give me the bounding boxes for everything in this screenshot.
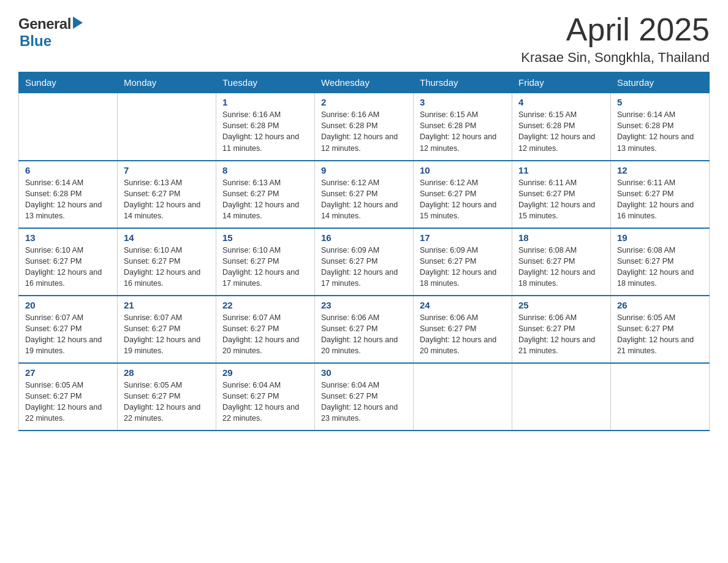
calendar-cell: 20Sunrise: 6:07 AMSunset: 6:27 PMDayligh… xyxy=(19,296,118,363)
day-info: Sunrise: 6:15 AMSunset: 6:28 PMDaylight:… xyxy=(420,109,506,154)
calendar-week-row: 13Sunrise: 6:10 AMSunset: 6:27 PMDayligh… xyxy=(19,228,710,296)
calendar-cell: 22Sunrise: 6:07 AMSunset: 6:27 PMDayligh… xyxy=(216,296,315,363)
day-number: 9 xyxy=(321,165,407,175)
weekday-header-friday: Friday xyxy=(512,72,611,93)
calendar-cell: 28Sunrise: 6:05 AMSunset: 6:27 PMDayligh… xyxy=(118,363,216,431)
day-number: 19 xyxy=(617,232,703,243)
day-number: 26 xyxy=(617,300,703,310)
logo-arrow-icon xyxy=(73,17,83,29)
calendar-cell: 14Sunrise: 6:10 AMSunset: 6:27 PMDayligh… xyxy=(118,228,216,296)
calendar-cell: 2Sunrise: 6:16 AMSunset: 6:28 PMDaylight… xyxy=(315,93,414,161)
calendar-cell: 4Sunrise: 6:15 AMSunset: 6:28 PMDaylight… xyxy=(512,93,611,161)
day-info: Sunrise: 6:06 AMSunset: 6:27 PMDaylight:… xyxy=(518,312,604,357)
day-number: 20 xyxy=(25,300,111,310)
calendar-cell: 25Sunrise: 6:06 AMSunset: 6:27 PMDayligh… xyxy=(512,296,611,363)
day-number: 21 xyxy=(124,300,210,310)
calendar-cell: 26Sunrise: 6:05 AMSunset: 6:27 PMDayligh… xyxy=(611,296,710,363)
day-info: Sunrise: 6:10 AMSunset: 6:27 PMDaylight:… xyxy=(25,245,111,289)
day-info: Sunrise: 6:08 AMSunset: 6:27 PMDaylight:… xyxy=(518,245,604,289)
calendar-cell: 13Sunrise: 6:10 AMSunset: 6:27 PMDayligh… xyxy=(19,228,118,296)
day-number: 12 xyxy=(617,165,703,175)
calendar-cell: 3Sunrise: 6:15 AMSunset: 6:28 PMDaylight… xyxy=(414,93,512,161)
weekday-header-row: SundayMondayTuesdayWednesdayThursdayFrid… xyxy=(19,72,710,93)
calendar-cell xyxy=(118,93,216,161)
page-header: General Blue April 2025 Krasae Sin, Song… xyxy=(18,12,710,66)
day-info: Sunrise: 6:07 AMSunset: 6:27 PMDaylight:… xyxy=(25,312,111,357)
day-number: 27 xyxy=(25,367,111,378)
weekday-header-saturday: Saturday xyxy=(611,72,710,93)
calendar-week-row: 27Sunrise: 6:05 AMSunset: 6:27 PMDayligh… xyxy=(19,363,710,431)
calendar-cell xyxy=(414,363,512,431)
logo-general-text: General xyxy=(18,15,71,33)
calendar-cell: 8Sunrise: 6:13 AMSunset: 6:27 PMDaylight… xyxy=(216,161,315,228)
day-number: 25 xyxy=(518,300,604,310)
day-info: Sunrise: 6:05 AMSunset: 6:27 PMDaylight:… xyxy=(124,380,210,424)
weekday-header-tuesday: Tuesday xyxy=(216,72,315,93)
day-number: 30 xyxy=(321,367,407,378)
calendar-cell xyxy=(611,363,710,431)
weekday-header-monday: Monday xyxy=(118,72,216,93)
day-info: Sunrise: 6:14 AMSunset: 6:28 PMDaylight:… xyxy=(617,109,703,154)
calendar-cell: 12Sunrise: 6:11 AMSunset: 6:27 PMDayligh… xyxy=(611,161,710,228)
day-number: 15 xyxy=(222,232,308,243)
calendar-body: 1Sunrise: 6:16 AMSunset: 6:28 PMDaylight… xyxy=(19,93,710,431)
day-number: 29 xyxy=(222,367,308,378)
calendar-cell: 19Sunrise: 6:08 AMSunset: 6:27 PMDayligh… xyxy=(611,228,710,296)
day-info: Sunrise: 6:16 AMSunset: 6:28 PMDaylight:… xyxy=(222,109,308,154)
calendar-cell: 27Sunrise: 6:05 AMSunset: 6:27 PMDayligh… xyxy=(19,363,118,431)
day-info: Sunrise: 6:12 AMSunset: 6:27 PMDaylight:… xyxy=(321,177,407,222)
day-number: 13 xyxy=(25,232,111,243)
day-number: 16 xyxy=(321,232,407,243)
page-title: April 2025 xyxy=(521,12,710,47)
day-info: Sunrise: 6:09 AMSunset: 6:27 PMDaylight:… xyxy=(420,245,506,289)
calendar-cell: 9Sunrise: 6:12 AMSunset: 6:27 PMDaylight… xyxy=(315,161,414,228)
day-info: Sunrise: 6:14 AMSunset: 6:28 PMDaylight:… xyxy=(25,177,111,222)
calendar-cell xyxy=(512,363,611,431)
day-info: Sunrise: 6:11 AMSunset: 6:27 PMDaylight:… xyxy=(617,177,703,222)
day-number: 10 xyxy=(420,165,506,175)
day-info: Sunrise: 6:08 AMSunset: 6:27 PMDaylight:… xyxy=(617,245,703,289)
day-number: 2 xyxy=(321,97,407,107)
calendar-cell: 15Sunrise: 6:10 AMSunset: 6:27 PMDayligh… xyxy=(216,228,315,296)
day-number: 28 xyxy=(124,367,210,378)
calendar-header: SundayMondayTuesdayWednesdayThursdayFrid… xyxy=(19,72,710,93)
calendar-cell: 5Sunrise: 6:14 AMSunset: 6:28 PMDaylight… xyxy=(611,93,710,161)
calendar-cell: 6Sunrise: 6:14 AMSunset: 6:28 PMDaylight… xyxy=(19,161,118,228)
calendar-cell: 21Sunrise: 6:07 AMSunset: 6:27 PMDayligh… xyxy=(118,296,216,363)
day-info: Sunrise: 6:05 AMSunset: 6:27 PMDaylight:… xyxy=(25,380,111,424)
calendar-cell: 16Sunrise: 6:09 AMSunset: 6:27 PMDayligh… xyxy=(315,228,414,296)
day-info: Sunrise: 6:04 AMSunset: 6:27 PMDaylight:… xyxy=(321,380,407,424)
day-info: Sunrise: 6:04 AMSunset: 6:27 PMDaylight:… xyxy=(222,380,308,424)
calendar-cell: 24Sunrise: 6:06 AMSunset: 6:27 PMDayligh… xyxy=(414,296,512,363)
calendar-table: SundayMondayTuesdayWednesdayThursdayFrid… xyxy=(18,72,710,431)
day-info: Sunrise: 6:12 AMSunset: 6:27 PMDaylight:… xyxy=(420,177,506,222)
day-info: Sunrise: 6:15 AMSunset: 6:28 PMDaylight:… xyxy=(518,109,604,154)
day-info: Sunrise: 6:07 AMSunset: 6:27 PMDaylight:… xyxy=(222,312,308,357)
logo: General Blue xyxy=(18,12,83,50)
day-number: 23 xyxy=(321,300,407,310)
day-number: 18 xyxy=(518,232,604,243)
day-number: 17 xyxy=(420,232,506,243)
calendar-cell: 29Sunrise: 6:04 AMSunset: 6:27 PMDayligh… xyxy=(216,363,315,431)
page-subtitle: Krasae Sin, Songkhla, Thailand xyxy=(521,50,710,66)
day-number: 22 xyxy=(222,300,308,310)
day-info: Sunrise: 6:10 AMSunset: 6:27 PMDaylight:… xyxy=(222,245,308,289)
day-number: 24 xyxy=(420,300,506,310)
day-info: Sunrise: 6:16 AMSunset: 6:28 PMDaylight:… xyxy=(321,109,407,154)
day-number: 8 xyxy=(222,165,308,175)
calendar-cell: 11Sunrise: 6:11 AMSunset: 6:27 PMDayligh… xyxy=(512,161,611,228)
day-number: 11 xyxy=(518,165,604,175)
calendar-cell: 17Sunrise: 6:09 AMSunset: 6:27 PMDayligh… xyxy=(414,228,512,296)
calendar-cell xyxy=(19,93,118,161)
title-block: April 2025 Krasae Sin, Songkhla, Thailan… xyxy=(521,12,710,66)
day-info: Sunrise: 6:13 AMSunset: 6:27 PMDaylight:… xyxy=(124,177,210,222)
weekday-header-thursday: Thursday xyxy=(414,72,512,93)
day-number: 1 xyxy=(222,97,308,107)
calendar-week-row: 20Sunrise: 6:07 AMSunset: 6:27 PMDayligh… xyxy=(19,296,710,363)
day-info: Sunrise: 6:09 AMSunset: 6:27 PMDaylight:… xyxy=(321,245,407,289)
weekday-header-sunday: Sunday xyxy=(19,72,118,93)
day-number: 4 xyxy=(518,97,604,107)
day-number: 3 xyxy=(420,97,506,107)
weekday-header-wednesday: Wednesday xyxy=(315,72,414,93)
day-number: 5 xyxy=(617,97,703,107)
